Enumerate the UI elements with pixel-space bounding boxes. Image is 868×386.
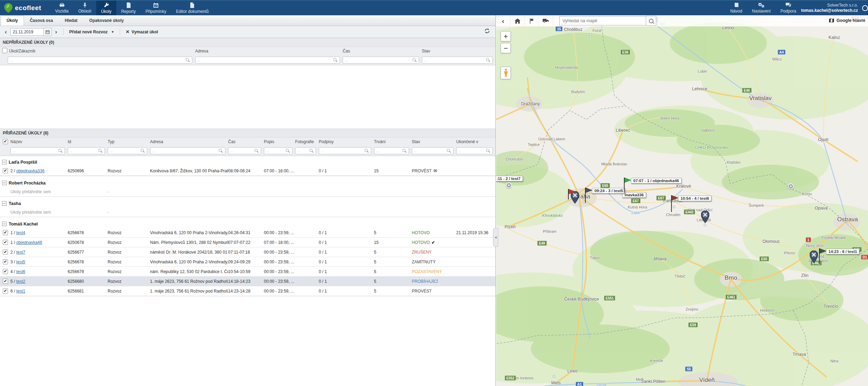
date-input[interactable] [10, 28, 43, 36]
logout-icon[interactable] [862, 5, 868, 11]
col-id[interactable]: Id [68, 139, 108, 144]
panel-collapse-handle[interactable]: ◄ [493, 228, 498, 247]
col-adresa[interactable]: Adresa [195, 49, 343, 54]
tab-hledat[interactable]: Hledat [59, 16, 83, 26]
nav-pripominky[interactable]: Připomínky [141, 1, 171, 15]
group-header[interactable]: Robert Procházka [0, 179, 495, 187]
row-checkbox[interactable]: ✔ [3, 288, 8, 294]
envelope-icon[interactable]: ✉ [433, 168, 437, 173]
account-info[interactable]: SolverTech s.r.o. tomas.kachel@solvertec… [801, 1, 860, 15]
group-header[interactable]: Tomáš Kachel [0, 220, 495, 228]
task-link[interactable]: objednavka46 [16, 240, 42, 245]
map-back-button[interactable]: ‹ [496, 15, 510, 26]
task-flag-label[interactable]: 10:54 - 4 / test6 [678, 196, 711, 201]
map-vehicles-button[interactable] [539, 15, 553, 26]
tab-ukoly[interactable]: Úkoly [1, 16, 24, 26]
table-row[interactable]: ✔ 4 / test6 6256679 Rozvoz nám. Republik… [0, 267, 495, 277]
unassigned-section-header[interactable]: NEPŘIŘAZENÉ ÚKOLY (0) [0, 38, 495, 47]
col-fotografie[interactable]: Fotografie [295, 139, 319, 144]
table-row[interactable]: ✔ 1 / objednavka46 6250678 Rozvoz Nám. P… [0, 238, 495, 247]
table-row[interactable]: ✔ 2 / test7 6256677 Rozvoz náměstí Dr. M… [0, 247, 495, 257]
col-cas[interactable]: Čas [343, 49, 422, 54]
nav-reporty[interactable]: Reporty [116, 1, 141, 15]
closed-task-marker[interactable]: ✕ [506, 182, 512, 188]
task-link[interactable]: test1 [16, 289, 25, 294]
col-nazev[interactable]: Název [10, 139, 68, 144]
task-link[interactable]: objednavka336 [16, 169, 44, 173]
col-ukol-zakaznik[interactable]: Úkol/Zákazník [9, 49, 195, 54]
row-checkbox[interactable]: ✔ [3, 269, 8, 274]
vehicle-pin-marker[interactable] [571, 191, 579, 205]
filter-stav-input[interactable] [422, 57, 493, 64]
refresh-button[interactable] [484, 28, 490, 35]
col-stav[interactable]: Stav [422, 49, 495, 54]
tab-casova-osa[interactable]: Časová osa [24, 16, 59, 26]
task-flag-label[interactable]: :11 - 2 / test7 [496, 176, 523, 181]
filter-adresa-input[interactable] [150, 147, 225, 154]
delete-task-button[interactable]: ✕ Vymazat úkol [125, 29, 159, 34]
assigned-section-header[interactable]: PŘIŘAZENÉ ÚKOLY (8) [0, 129, 495, 138]
col-ukoncene-v[interactable]: Ukončené v [456, 139, 495, 144]
task-flag-label[interactable]: 09:24 - 3 / test5 [592, 188, 625, 194]
zoom-out-button[interactable]: − [501, 43, 511, 53]
nav-vozidla[interactable]: Vozidla [50, 1, 74, 15]
tab-opakovane-ukoly[interactable]: Opakované úkoly [83, 16, 130, 26]
col-trvani[interactable]: Trvání [374, 139, 412, 144]
pegman-control[interactable] [501, 67, 511, 79]
select-all-checkbox[interactable]: ✔ [3, 139, 8, 144]
table-row[interactable]: ✔ 1 / test4 6256676 Rozvoz Vinohradská 6… [0, 228, 495, 238]
task-link[interactable]: test7 [16, 250, 25, 255]
collapse-icon[interactable] [2, 181, 7, 185]
drop-target-row[interactable]: Úkoly přetáhněte sem - [0, 187, 495, 196]
collapse-icon[interactable] [2, 160, 7, 164]
filter-cas-input[interactable] [343, 57, 419, 64]
next-day-button[interactable]: › [54, 28, 59, 35]
group-header[interactable]: Laďa Pospíšil [0, 158, 495, 166]
zoom-in-button[interactable]: + [501, 31, 511, 41]
row-checkbox[interactable]: ✔ [3, 259, 8, 264]
table-row[interactable]: ✔ 6 / test1 6256681 Rozvoz 1. máje 2623,… [0, 286, 495, 296]
col-popis[interactable]: Popis [264, 139, 295, 144]
col-stav[interactable]: Stav [412, 139, 456, 144]
map-flags-button[interactable] [525, 15, 539, 26]
task-flag-label[interactable]: 14:23 - 6 / test1 [826, 249, 859, 254]
select-all-checkbox[interactable] [2, 48, 7, 53]
vehicle-pin-marker[interactable] [701, 211, 709, 224]
filter-ukol-input[interactable] [8, 57, 192, 64]
vehicle-pin-marker[interactable] [810, 251, 818, 264]
collapse-icon[interactable] [2, 201, 7, 206]
add-task-button[interactable]: Přidat nové Rozvoz ▼ [68, 30, 115, 34]
chevron-down-icon[interactable]: ▼ [110, 30, 114, 34]
row-checkbox[interactable]: ✔ [3, 279, 8, 284]
row-checkbox[interactable]: ✔ [3, 249, 8, 255]
table-row[interactable]: ✔ 3 / test5 6256678 Rozvoz Vinohradská 6… [0, 257, 495, 267]
filter-adresa-input[interactable] [195, 57, 340, 64]
nav-navod[interactable]: Návod [725, 1, 747, 15]
task-flag-label[interactable]: lnavka336 [622, 192, 646, 198]
filter-podpisy-input[interactable] [319, 147, 371, 154]
task-link[interactable]: test5 [16, 260, 25, 264]
map-panel[interactable]: ChotěbuzForstNowa SólLešnoKaliszMiliczHo… [496, 15, 868, 386]
table-row-selected[interactable]: ✔ 5 / test2 6256680 Rozvoz 1. máje 2623,… [0, 277, 495, 286]
nav-nastaveni[interactable]: Nastavení [747, 1, 776, 15]
col-cas[interactable]: Čas [228, 139, 264, 144]
closed-task-marker[interactable]: ✕ [788, 183, 794, 189]
table-row[interactable]: ✔ 2 / objednavka336 6250696 Rozvoz Koněv… [0, 166, 495, 176]
task-flag-label[interactable]: 07:07 - 1 / objednavka46 [631, 178, 682, 183]
col-adresa[interactable]: Adresa [150, 139, 228, 144]
nav-oblasti[interactable]: Oblasti [74, 1, 96, 15]
task-link[interactable]: test6 [16, 269, 25, 274]
app-logo[interactable]: ecofleet [0, 1, 50, 15]
filter-fotografie-input[interactable] [295, 147, 316, 154]
map-search-button[interactable] [646, 16, 656, 26]
map-layer-control[interactable]: Google hlavni [829, 18, 865, 23]
collapse-icon[interactable] [2, 222, 7, 226]
map-search-input[interactable] [559, 16, 646, 25]
calendar-picker-button[interactable] [43, 28, 52, 36]
row-checkbox[interactable]: ✔ [3, 230, 8, 235]
prev-day-button[interactable]: ‹ [3, 28, 8, 35]
nav-editor-dokumentu[interactable]: Editor dokumentů [171, 1, 214, 15]
map-home-button[interactable] [510, 15, 525, 26]
row-checkbox[interactable]: ✔ [3, 168, 8, 173]
nav-podpora[interactable]: Podpora [776, 1, 801, 15]
